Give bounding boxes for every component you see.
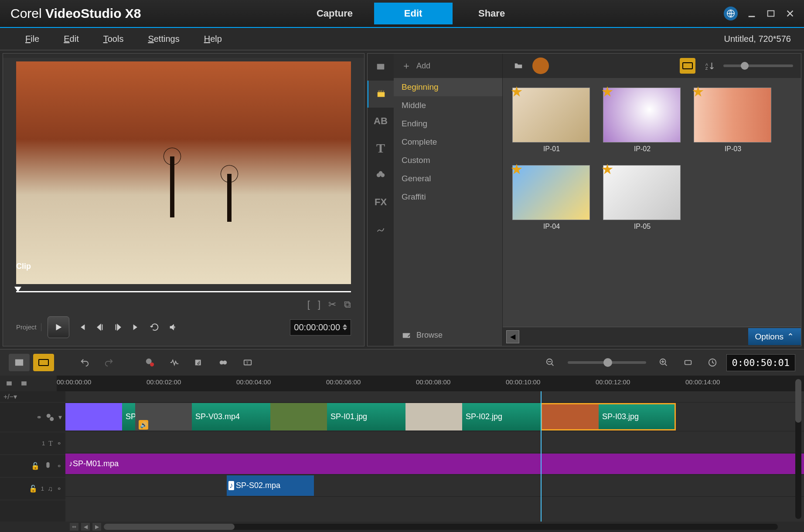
disc-icon[interactable] [532, 58, 549, 74]
track-expand-icon[interactable]: ▾ [58, 413, 62, 421]
video-clip[interactable]: SP-I02.jpg [405, 403, 541, 430]
library-item[interactable]: IP-03 [694, 88, 772, 153]
video-clip[interactable]: SP-I03.jpg [541, 403, 676, 430]
library-item[interactable]: IP-02 [603, 88, 681, 153]
track-link-icon[interactable]: ⚭ [36, 413, 42, 421]
view-thumbnails-icon[interactable] [680, 58, 695, 74]
goto-start-icon[interactable] [75, 321, 88, 333]
snapshot-icon[interactable]: ⧉ [344, 299, 351, 310]
video-clip[interactable]: 🔊SP-V03.mp4 [135, 403, 270, 430]
libtab-filter[interactable]: FX [368, 189, 394, 216]
timeline-view-icon[interactable] [33, 354, 54, 371]
libcat-middle[interactable]: Middle [394, 96, 502, 115]
zoom-in-icon[interactable] [653, 354, 674, 371]
music-clip[interactable]: ♪ SP-M01.mpa [65, 454, 804, 474]
library-item[interactable]: IP-04 [512, 165, 591, 230]
play-button[interactable] [48, 316, 69, 338]
options-button[interactable]: Options ⌃ [748, 328, 801, 345]
globe-icon[interactable] [724, 7, 738, 20]
timecode-up[interactable] [343, 324, 347, 327]
minimize-button[interactable] [746, 8, 757, 19]
timeline-h-scrollbar[interactable]: ⇔ ◀ ▶ [0, 522, 804, 532]
menu-help[interactable]: Help [192, 31, 234, 47]
libtab-graphic[interactable] [368, 162, 394, 189]
track-header-voice[interactable]: 🔓 ⚬ [0, 455, 65, 478]
svg-rect-21 [685, 360, 691, 364]
thumbnail-size-slider[interactable] [723, 64, 793, 67]
lock-icon[interactable]: 🔓 [29, 485, 37, 493]
libcat-general[interactable]: General [394, 169, 502, 188]
video-clip[interactable]: SP-I01.jpg [270, 403, 405, 430]
libcat-graffiti[interactable]: Graffiti [394, 188, 502, 206]
fit-project-icon[interactable] [678, 354, 698, 371]
libtab-media[interactable] [368, 54, 394, 81]
track-header-overlay[interactable]: 1T⚬ [0, 432, 65, 455]
zoom-out-icon[interactable] [540, 354, 561, 371]
track-header-music[interactable]: 🔓 1♫⚬ [0, 478, 65, 500]
library-browse-button[interactable]: Browse [394, 324, 450, 346]
library-scroll-left[interactable]: ◀ [506, 330, 519, 343]
library-add-button[interactable]: ＋Add [394, 54, 502, 78]
menu-tools[interactable]: Tools [91, 31, 136, 47]
mark-in-icon[interactable]: [ [307, 299, 310, 310]
tab-capture[interactable]: Capture [296, 3, 374, 24]
playhead[interactable] [541, 391, 542, 522]
scroll-left-icon[interactable]: ◀ [81, 523, 90, 531]
subtitle-icon[interactable]: T [237, 354, 258, 371]
ruler-tool-2[interactable] [17, 378, 31, 389]
timecode-down[interactable] [343, 328, 347, 330]
libcat-complete[interactable]: Complete [394, 133, 502, 151]
preview-viewport[interactable] [16, 61, 351, 284]
tab-edit[interactable]: Edit [374, 3, 453, 24]
menu-settings[interactable]: Settings [136, 31, 191, 47]
sort-icon[interactable]: AZ [702, 58, 717, 74]
preview-scrubber[interactable] [16, 288, 351, 295]
storyboard-view-icon[interactable] [9, 354, 30, 371]
preview-timecode[interactable]: 00:00:00:00 [290, 319, 351, 335]
track-motion-icon[interactable] [213, 354, 234, 371]
repeat-icon[interactable] [149, 321, 161, 333]
maximize-button[interactable] [766, 8, 776, 19]
add-remove-chapter-icon[interactable]: +/−▾ [3, 393, 17, 401]
svg-point-13 [150, 363, 154, 366]
scroll-right-icon[interactable]: ▶ [92, 523, 101, 531]
lock-icon[interactable]: 🔓 [31, 462, 40, 470]
auto-music-icon[interactable] [188, 354, 209, 371]
split-icon[interactable]: ✂ [328, 299, 336, 310]
libcat-ending[interactable]: Ending [394, 115, 502, 133]
timeline-timecode[interactable]: 0:00:50:01 [726, 354, 795, 371]
volume-icon[interactable] [167, 321, 179, 333]
libcat-custom[interactable]: Custom [394, 151, 502, 169]
audio-mixer-icon[interactable] [164, 354, 185, 371]
libtab-transition[interactable]: AB [368, 108, 394, 135]
record-icon[interactable] [140, 354, 160, 371]
timeline-v-scrollbar[interactable] [795, 379, 801, 519]
menu-edit[interactable]: Edit [51, 31, 91, 47]
project-duration-icon[interactable] [702, 354, 723, 371]
svg-point-16 [223, 360, 227, 364]
libcat-beginning[interactable]: Beginning [394, 78, 502, 96]
libtab-instant-project[interactable] [368, 81, 394, 108]
sound-clip[interactable]: ♪SP-S02.mpa [227, 475, 314, 496]
track-header-video[interactable]: ⚭ ▾ [0, 403, 65, 432]
zoom-slider[interactable] [568, 361, 646, 364]
library-item[interactable]: IP-01 [512, 88, 591, 153]
scroll-mode-icon[interactable]: ⇔ [70, 523, 78, 531]
undo-icon[interactable] [74, 354, 95, 371]
panel-grip[interactable] [3, 54, 364, 58]
mark-out-icon[interactable]: ] [318, 299, 320, 310]
redo-icon[interactable] [99, 354, 119, 371]
next-frame-icon[interactable] [112, 321, 124, 333]
folder-icon[interactable] [511, 58, 526, 74]
library-item[interactable]: IP-05 [603, 165, 681, 230]
prev-frame-icon[interactable] [94, 321, 106, 333]
ruler-tool-1[interactable] [3, 378, 16, 389]
libtab-title[interactable]: T [368, 135, 394, 162]
close-button[interactable] [785, 8, 795, 19]
video-clip[interactable]: SP [65, 403, 135, 430]
goto-end-icon[interactable] [130, 321, 143, 333]
timeline-ruler[interactable]: 00:00:00:0000:00:02:0000:00:04:0000:00:0… [0, 376, 804, 391]
libtab-path[interactable] [368, 216, 394, 243]
tab-share[interactable]: Share [453, 3, 531, 24]
timeline-tracks[interactable]: SP🔊SP-V03.mp4SP-I01.jpgSP-I02.jpgSP-I03.… [65, 391, 804, 522]
